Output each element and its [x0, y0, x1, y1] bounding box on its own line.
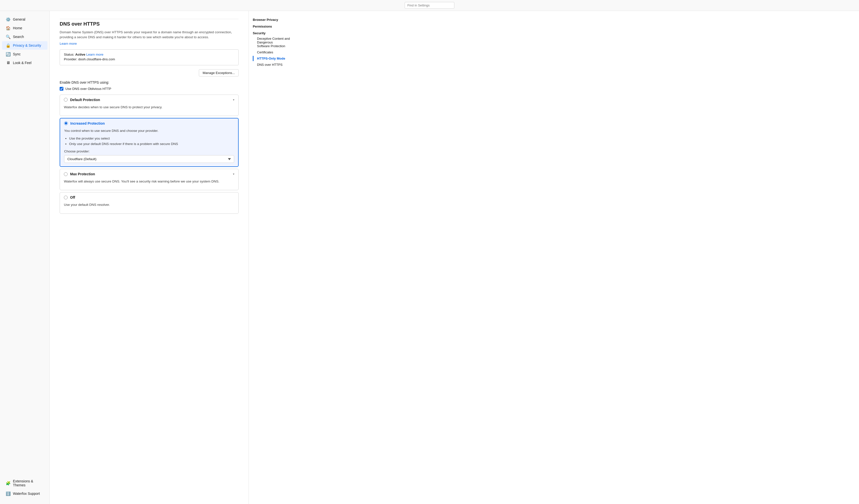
main-layout: ⚙️ General 🏠 Home 🔍 Search 🔒 Privacy & S… — [0, 11, 859, 504]
increased-protection-body: You control when to use secure DNS and c… — [60, 128, 238, 166]
sidebar-item-label: Extensions & Themes — [13, 479, 44, 487]
max-protection-desc: Waterfox will always use secure DNS. You… — [64, 179, 235, 184]
sidebar-item-label: General — [13, 17, 25, 21]
default-protection-option: Default Protection ▾ Waterfox decides wh… — [60, 95, 239, 116]
increased-protection-bullets: Use the provider you select Only use you… — [64, 136, 234, 146]
bullet-2: Only use your default DNS resolver if th… — [69, 141, 234, 147]
max-protection-header[interactable]: Max Protection ▾ — [60, 169, 238, 179]
home-icon: 🏠 — [6, 26, 11, 30]
status-learn-more-link[interactable]: Learn more — [86, 53, 103, 56]
default-protection-desc: Waterfox decides when to use secure DNS … — [64, 105, 235, 110]
manage-exceptions-button[interactable]: Manage Exceptions... — [199, 69, 239, 77]
off-title: Off — [70, 195, 75, 199]
status-box: Status: Active Learn more Provider: dooh… — [60, 49, 239, 65]
max-protection-body: Waterfox will always use secure DNS. You… — [60, 179, 238, 190]
enable-dns-label: Enable DNS over HTTPS using: — [60, 80, 239, 84]
default-protection-radio[interactable] — [64, 98, 67, 101]
provider-select[interactable]: Cloudflare (Default) — [64, 155, 234, 163]
oblivious-http-checkbox-row[interactable]: Use DNS over Oblivious HTTP — [60, 87, 239, 91]
lock-icon: 🔒 — [6, 43, 11, 48]
status-line: Status: Active Learn more — [64, 53, 235, 56]
right-nav-deceptive-content[interactable]: Deceptive Content and DangerousSoftware … — [253, 36, 299, 49]
search-icon: 🔍 — [6, 34, 11, 39]
oblivious-http-checkbox[interactable] — [60, 87, 63, 91]
increased-protection-option: Increased Protection You control when to… — [60, 118, 239, 167]
right-nav-security[interactable]: Security — [253, 31, 299, 35]
extensions-icon: 🧩 — [6, 481, 11, 485]
sidebar-item-label: Look & Feel — [13, 61, 32, 65]
sidebar-item-home[interactable]: 🏠 Home — [2, 24, 47, 32]
right-nav-permissions[interactable]: Permissions — [253, 25, 299, 28]
sidebar-item-label: Home — [13, 26, 22, 30]
status-value: Active — [75, 53, 86, 56]
sidebar-item-label: Privacy & Security — [13, 44, 41, 47]
max-protection-radio[interactable] — [64, 172, 67, 176]
find-in-settings-input[interactable] — [405, 2, 454, 9]
gear-icon: ⚙️ — [6, 17, 11, 21]
top-divider — [60, 19, 239, 19]
off-body: Use your default DNS resolver. — [60, 202, 238, 213]
right-nav-browser-privacy[interactable]: Browser Privacy — [253, 18, 299, 21]
off-radio[interactable] — [64, 196, 67, 199]
sidebar: ⚙️ General 🏠 Home 🔍 Search 🔒 Privacy & S… — [0, 11, 50, 504]
oblivious-http-label: Use DNS over Oblivious HTTP — [65, 87, 111, 91]
max-protection-title: Max Protection — [70, 172, 95, 176]
increased-protection-radio[interactable] — [64, 122, 68, 125]
sidebar-item-label: Sync — [13, 52, 21, 56]
sidebar-item-look-feel[interactable]: 🖥 Look & Feel — [2, 59, 47, 67]
sidebar-item-general[interactable]: ⚙️ General — [2, 15, 47, 23]
section-description: Domain Name System (DNS) over HTTPS send… — [60, 30, 239, 40]
bullet-1: Use the provider you select — [69, 136, 234, 141]
top-bar — [0, 0, 859, 11]
default-protection-body: Waterfox decides when to use secure DNS … — [60, 105, 238, 116]
sync-icon: 🔄 — [6, 52, 11, 56]
increased-protection-left: Increased Protection — [64, 122, 105, 125]
sidebar-item-search[interactable]: 🔍 Search — [2, 33, 47, 41]
default-protection-title: Default Protection — [70, 98, 100, 102]
sidebar-item-label: Waterfox Support — [13, 492, 40, 495]
off-desc: Use your default DNS resolver. — [64, 202, 235, 207]
page-title: DNS over HTTPS — [60, 21, 239, 27]
provider-value: dooh.cloudflare-dns.com — [78, 57, 115, 61]
monitor-icon: 🖥 — [6, 61, 11, 65]
choose-provider-label: Choose provider: — [64, 149, 234, 153]
right-nav-dns-over-https[interactable]: DNS over HTTPS — [253, 62, 299, 67]
off-option: Off Use your default DNS resolver. — [60, 192, 239, 214]
right-nav-certificates[interactable]: Certificates — [253, 50, 299, 55]
default-chevron-icon: ▾ — [233, 98, 235, 101]
sidebar-top: ⚙️ General 🏠 Home 🔍 Search 🔒 Privacy & S… — [0, 15, 49, 477]
provider-line: Provider: dooh.cloudflare-dns.com — [64, 57, 235, 61]
max-protection-left: Max Protection — [64, 172, 95, 176]
main-content: DNS over HTTPS Domain Name System (DNS) … — [50, 11, 248, 504]
provider-label: Provider: — [64, 57, 77, 61]
increased-protection-title: Increased Protection — [70, 122, 105, 125]
increased-protection-header[interactable]: Increased Protection — [60, 119, 238, 128]
max-protection-option: Max Protection ▾ Waterfox will always us… — [60, 169, 239, 190]
learn-more-link[interactable]: Learn more — [60, 42, 77, 45]
right-nav-https-only-mode[interactable]: HTTPS-Only Mode — [253, 56, 299, 61]
default-protection-header[interactable]: Default Protection ▾ — [60, 95, 238, 105]
sidebar-item-waterfox-support[interactable]: ℹ️ Waterfox Support — [2, 489, 47, 498]
manage-exceptions-row: Manage Exceptions... — [60, 69, 239, 77]
sidebar-bottom: 🧩 Extensions & Themes ℹ️ Waterfox Suppor… — [0, 477, 49, 500]
off-header[interactable]: Off — [60, 192, 238, 202]
sidebar-item-extensions-themes[interactable]: 🧩 Extensions & Themes — [2, 477, 47, 489]
increased-protection-desc: You control when to use secure DNS and c… — [64, 128, 234, 133]
info-icon: ℹ️ — [6, 491, 11, 496]
sidebar-item-label: Search — [13, 35, 24, 39]
right-nav: Browser Privacy Permissions Security Dec… — [248, 11, 303, 504]
sidebar-item-sync[interactable]: 🔄 Sync — [2, 50, 47, 58]
max-chevron-icon: ▾ — [233, 172, 235, 176]
sidebar-item-privacy-security[interactable]: 🔒 Privacy & Security — [2, 41, 47, 50]
off-left: Off — [64, 195, 75, 199]
status-label: Status: — [64, 53, 74, 56]
default-protection-left: Default Protection — [64, 98, 100, 102]
